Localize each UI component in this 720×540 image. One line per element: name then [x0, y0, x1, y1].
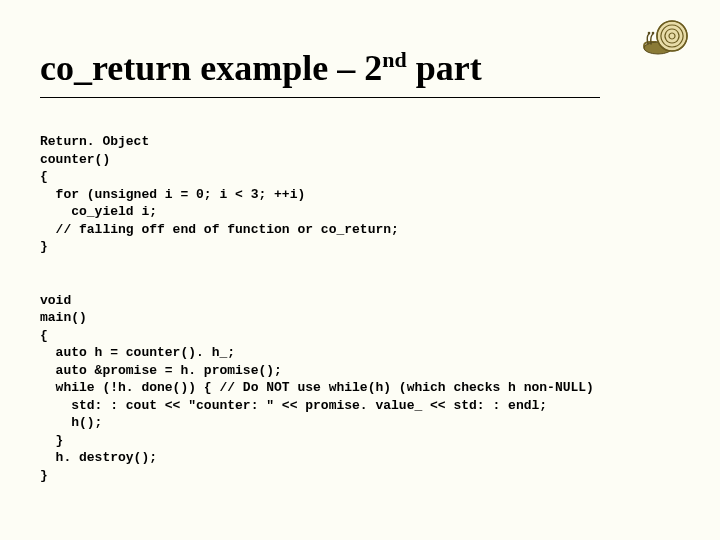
code-line: counter(): [40, 152, 110, 167]
code-line: h. destroy();: [40, 450, 157, 465]
code-line: auto &promise = h. promise();: [40, 363, 282, 378]
code-line: }: [40, 433, 63, 448]
code-line: auto h = counter(). h_;: [40, 345, 235, 360]
code-line: Return. Object: [40, 134, 149, 149]
code-line: void: [40, 293, 71, 308]
code-line: // falling off end of function or co_ret…: [40, 222, 399, 237]
slide-title: co_return example – 2nd part: [40, 48, 680, 89]
title-sup: nd: [382, 47, 406, 72]
svg-point-2: [652, 32, 655, 35]
code-line: main(): [40, 310, 87, 325]
title-pre: co_return example – 2: [40, 48, 382, 88]
code-line: for (unsigned i = 0; i < 3; ++i): [40, 187, 305, 202]
slide: co_return example – 2nd part Return. Obj…: [0, 0, 720, 540]
code-block-counter: Return. Object counter() { for (unsigned…: [40, 116, 680, 256]
snail-icon: [642, 14, 698, 58]
code-line: while (!h. done()) { // Do NOT use while…: [40, 380, 594, 395]
code-line: {: [40, 328, 48, 343]
code-line: co_yield i;: [40, 204, 157, 219]
title-post: part: [407, 48, 482, 88]
title-rule: [40, 97, 600, 98]
code-block-main: void main() { auto h = counter(). h_; au…: [40, 274, 680, 485]
svg-point-1: [648, 32, 651, 35]
code-line: std: : cout << "counter: " << promise. v…: [40, 398, 547, 413]
code-line: }: [40, 468, 48, 483]
code-line: }: [40, 239, 48, 254]
code-line: h();: [40, 415, 102, 430]
code-line: {: [40, 169, 48, 184]
